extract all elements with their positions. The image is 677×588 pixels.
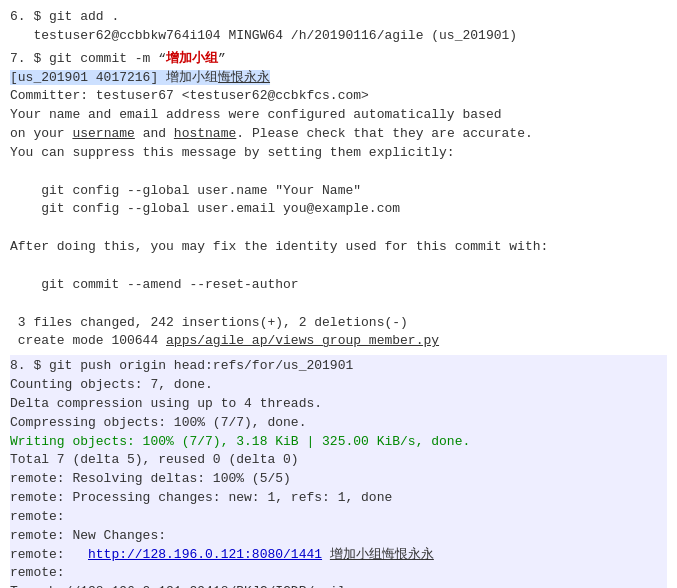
cmd-line-6: 6. $ git add . (10, 8, 667, 27)
output-8-link: remote: http://128.196.0.121:8080/1441 增… (10, 546, 667, 565)
block-8: 8. $ git push origin head:refs/for/us_20… (10, 355, 667, 588)
blank-3 (10, 257, 667, 276)
cmd-line-8: 8. $ git push origin head:refs/for/us_20… (10, 357, 667, 376)
cmd-config-email: git config --global user.email you@examp… (10, 200, 667, 219)
output-line-7-committer: Committer: testuser67 <testuser62@ccbkfc… (10, 87, 667, 106)
output-8-to: To ssh://128.196.0.121:29418/BKJG/ICDP/a… (10, 583, 667, 588)
output-8-compressing: Compressing objects: 100% (7/7), done. (10, 414, 667, 433)
output-line-7-2: Your name and email address were configu… (10, 106, 667, 125)
output-line-7-4: You can suppress this message by setting… (10, 144, 667, 163)
output-8-remote1: remote: (10, 508, 667, 527)
output-line-6-1: testuser62@ccbbkw764i104 MINGW64 /h/2019… (10, 27, 667, 46)
terminal: 6. $ git add . testuser62@ccbbkw764i104 … (0, 0, 677, 588)
output-8-counting: Counting objects: 7, done. (10, 376, 667, 395)
cmd-line-7: 7. $ git commit -m “增加小组” (10, 50, 667, 69)
output-8-processing: remote: Processing changes: new: 1, refs… (10, 489, 667, 508)
output-line-7-5: After doing this, you may fix the identi… (10, 238, 667, 257)
output-line-7-create: create mode 100644 apps/agile_ap/views_g… (10, 332, 667, 351)
output-line-7-1: [us_201901 4017216] 增加小组悔恨永永 (10, 69, 667, 88)
cmd-amend: git commit --amend --reset-author (10, 276, 667, 295)
output-8-writing: Writing objects: 100% (7/7), 3.18 KiB | … (10, 433, 667, 452)
block-6: 6. $ git add . testuser62@ccbbkw764i104 … (10, 8, 667, 46)
cmd-config-name: git config --global user.name "Your Name… (10, 182, 667, 201)
output-line-7-files: 3 files changed, 242 insertions(+), 2 de… (10, 314, 667, 333)
output-8-remote2: remote: (10, 564, 667, 583)
blank-1 (10, 163, 667, 182)
output-8-resolving: remote: Resolving deltas: 100% (5/5) (10, 470, 667, 489)
output-8-new-changes: remote: New Changes: (10, 527, 667, 546)
output-8-total: Total 7 (delta 5), reused 0 (delta 0) (10, 451, 667, 470)
block-7: 7. $ git commit -m “增加小组” [us_201901 401… (10, 50, 667, 352)
output-line-7-3: on your username and hostname. Please ch… (10, 125, 667, 144)
blank-4 (10, 295, 667, 314)
output-8-delta: Delta compression using up to 4 threads. (10, 395, 667, 414)
blank-2 (10, 219, 667, 238)
